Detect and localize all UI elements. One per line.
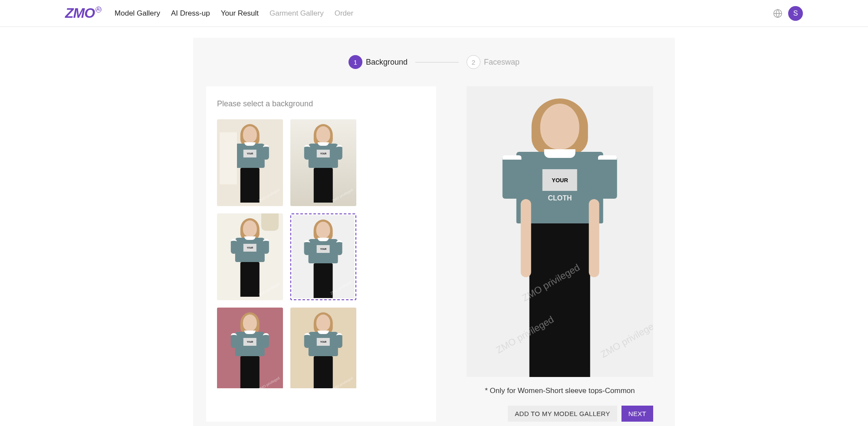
step-num: 1 — [349, 55, 362, 69]
nav-garment-gallery: Garment Gallery — [270, 9, 324, 18]
step-num: 2 — [467, 55, 480, 69]
nav-order: Order — [335, 9, 353, 18]
background-option[interactable]: YOUR ZMO privileged — [217, 308, 283, 388]
add-to-gallery-button[interactable]: ADD TO MY MODEL GALLERY — [508, 406, 617, 422]
restriction-note: * Only for Women-Short sleeve tops-Commo… — [467, 387, 653, 395]
header-right: S — [773, 6, 803, 21]
background-option[interactable]: YOUR ZMO privileged — [290, 308, 356, 388]
step-connector — [415, 62, 459, 62]
avatar[interactable]: S — [788, 6, 803, 21]
nav-model-gallery[interactable]: Model Gallery — [115, 9, 160, 18]
background-option[interactable]: YOUR ZMO privileged — [290, 119, 356, 206]
background-selector-panel: Please select a background YOUR ZMO priv… — [206, 86, 436, 422]
background-option[interactable]: YOUR ZMO privileged — [290, 213, 356, 300]
background-grid[interactable]: YOUR ZMO privileged YOUR ZMO privileged … — [217, 119, 430, 388]
language-icon[interactable] — [773, 8, 783, 19]
logo-text: ZMO — [65, 5, 95, 21]
nav-your-result[interactable]: Your Result — [221, 9, 259, 18]
preview-panel: YOUR CLOTH ZMO privileged ZMO privileged… — [467, 86, 653, 422]
stepper: 1 Background 2 Faceswap — [206, 55, 662, 69]
background-option[interactable]: YOUR ZMO privileged — [217, 213, 283, 300]
logo-superscript: AI — [95, 7, 102, 13]
step-background[interactable]: 1 Background — [349, 55, 408, 69]
content-row: Please select a background YOUR ZMO priv… — [206, 86, 662, 422]
model-figure: YOUR CLOTH — [509, 104, 612, 365]
nav-ai-dressup[interactable]: AI Dress-up — [171, 9, 210, 18]
logo[interactable]: ZMO AI — [65, 5, 102, 21]
step-label: Faceswap — [484, 58, 519, 67]
step-faceswap[interactable]: 2 Faceswap — [467, 55, 519, 69]
main-nav: Model Gallery AI Dress-up Your Result Ga… — [115, 9, 353, 18]
shirt-label-mid: CLOTH — [548, 194, 572, 202]
preview-image: YOUR CLOTH ZMO privileged ZMO privileged… — [467, 86, 653, 377]
shirt-label-top: YOUR — [542, 169, 577, 191]
header: ZMO AI Model Gallery AI Dress-up Your Re… — [0, 0, 868, 27]
panel-title: Please select a background — [217, 99, 430, 108]
next-button[interactable]: NEXT — [621, 406, 653, 422]
background-option[interactable]: YOUR ZMO privileged — [217, 119, 283, 206]
step-label: Background — [366, 58, 408, 67]
main-container: 1 Background 2 Faceswap Please select a … — [193, 38, 675, 426]
action-bar: ADD TO MY MODEL GALLERY NEXT — [467, 406, 653, 422]
